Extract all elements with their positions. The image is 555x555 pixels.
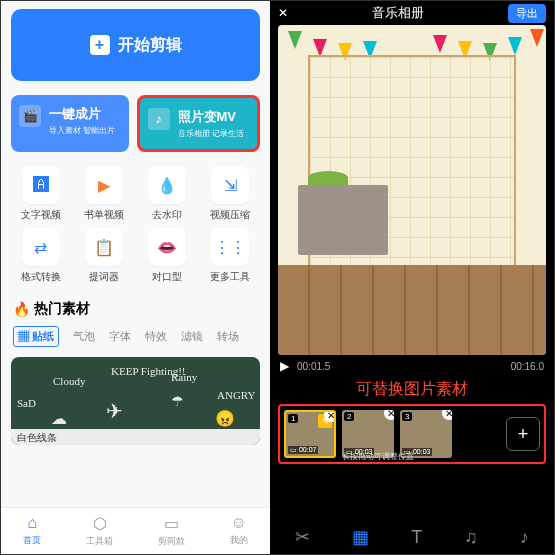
nav-label: 首页 (23, 534, 41, 547)
clip-duration: ▭ 00:07 (288, 446, 318, 454)
nav-item[interactable]: ⬡工具箱 (86, 514, 113, 548)
hot-title: 热门素材 (34, 300, 90, 318)
export-button[interactable]: 导出 (508, 4, 546, 23)
editor-tool-button[interactable]: T (411, 527, 422, 548)
start-edit-button[interactable]: + 开始剪辑 (11, 9, 260, 81)
tool-grid: 🅰文字视频▶书单视频💧去水印⇲视频压缩⇄格式转换📋提词器👄对口型⋮⋮更多工具 (11, 166, 260, 284)
start-edit-label: 开始剪辑 (118, 35, 182, 56)
tool-icon: ⇲ (211, 166, 249, 204)
tool-label: 更多工具 (210, 270, 250, 284)
card-one-click[interactable]: 🎬 一键成片 导入素材 智能出片 (11, 95, 129, 152)
hot-materials-header: 🔥 热门素材 (13, 300, 258, 318)
editor-tool-button[interactable]: ♫ (464, 527, 478, 548)
tool-item[interactable]: 👄对口型 (138, 228, 197, 284)
right-editor-panel: ✕ 音乐相册 导出 ▶ 00:01.5 00:16.0 (270, 1, 554, 554)
tool-item[interactable]: ⋮⋮更多工具 (201, 228, 260, 284)
remove-clip-icon[interactable]: ✕ (442, 410, 452, 420)
tool-label: 视频压缩 (210, 208, 250, 222)
timeline: ▶ 00:01.5 00:16.0 (270, 355, 554, 377)
nav-label: 剪同款 (158, 535, 185, 548)
editor-tool-button[interactable]: ✂ (295, 526, 310, 548)
tool-label: 书单视频 (84, 208, 124, 222)
nav-item[interactable]: ▭剪同款 (158, 514, 185, 548)
music-note-icon: ♪ (148, 108, 170, 130)
card1-title: 一键成片 (49, 105, 115, 123)
card1-sub: 导入素材 智能出片 (49, 125, 115, 136)
material-tabs: ▦ 贴纸气泡字体特效滤镜转场 (13, 326, 258, 347)
material-tab[interactable]: 气泡 (73, 329, 95, 344)
clip-number: 3 (402, 412, 412, 421)
plus-icon: + (90, 35, 110, 55)
fire-icon: 🔥 (13, 301, 30, 317)
tool-icon: ⇄ (22, 228, 60, 266)
card-photo-mv[interactable]: ♪ 照片变MV 音乐相册 记录生活 (137, 95, 261, 152)
clip-number: 1 (288, 414, 298, 423)
doodle-text: ANGRY (217, 389, 256, 401)
sticker-caption: 白色线条 (11, 429, 260, 445)
material-tab[interactable]: 滤镜 (181, 329, 203, 344)
tool-item[interactable]: ▶书单视频 (74, 166, 133, 222)
material-tab[interactable]: ▦ 贴纸 (13, 326, 59, 347)
tool-icon: 📋 (85, 228, 123, 266)
nav-icon: ▭ (164, 514, 179, 533)
tool-icon: ▶ (85, 166, 123, 204)
tool-label: 格式转换 (21, 270, 61, 284)
close-icon[interactable]: ✕ (278, 6, 288, 20)
doodle-text: Rainy (171, 371, 197, 383)
doodle-plane-icon: ✈ (106, 399, 123, 423)
tool-icon: 💧 (148, 166, 186, 204)
nav-icon: ☺ (230, 514, 246, 532)
tool-icon: ⋮⋮ (211, 228, 249, 266)
add-clip-button[interactable]: + (506, 417, 540, 451)
tool-item[interactable]: ⇄格式转换 (11, 228, 70, 284)
tool-item[interactable]: ⇲视频压缩 (201, 166, 260, 222)
sticker-preview[interactable]: SaD Cloudy KEEP Fighting!! Rainy ANGRY ☁… (11, 357, 260, 445)
material-tab[interactable]: 字体 (109, 329, 131, 344)
clip-number: 2 (344, 412, 354, 421)
tool-label: 对口型 (152, 270, 182, 284)
replace-hint: 可替换图片素材 (270, 377, 554, 402)
editor-tool-button[interactable]: ♪ (520, 527, 529, 548)
doodle-cloud-icon: ☁ (51, 409, 67, 428)
doodle-umbrella-icon: ☂ (171, 393, 184, 410)
tool-item[interactable]: 🅰文字视频 (11, 166, 70, 222)
bottom-nav: ⌂首页⬡工具箱▭剪同款☺我的 (1, 507, 270, 554)
nav-label: 工具箱 (86, 535, 113, 548)
remove-clip-icon[interactable]: ✕ (324, 410, 336, 422)
remove-clip-icon[interactable]: ✕ (384, 410, 394, 420)
nav-label: 我的 (230, 534, 248, 547)
editor-bottom-bar: ✂▦T♫♪ (270, 518, 554, 554)
play-icon[interactable]: ▶ (280, 359, 289, 373)
video-preview[interactable] (278, 25, 546, 355)
nav-icon: ⌂ (28, 514, 38, 532)
nav-icon: ⬡ (93, 514, 107, 533)
material-tab[interactable]: 特效 (145, 329, 167, 344)
tool-item[interactable]: 💧去水印 (138, 166, 197, 222)
tool-item[interactable]: 📋提词器 (74, 228, 133, 284)
tool-label: 文字视频 (21, 208, 61, 222)
clips-drag-hint: 长按拖动可调整位置 (342, 451, 414, 462)
editor-title: 音乐相册 (288, 4, 508, 22)
film-icon: 🎬 (19, 105, 41, 127)
nav-item[interactable]: ⌂首页 (23, 514, 41, 548)
card2-sub: 音乐相册 记录生活 (178, 128, 244, 139)
material-tab[interactable]: 转场 (217, 329, 239, 344)
nav-item[interactable]: ☺我的 (230, 514, 248, 548)
card2-title: 照片变MV (178, 108, 244, 126)
doodle-text: SaD (17, 397, 36, 409)
tool-icon: 🅰 (22, 166, 60, 204)
doodle-text: Cloudy (53, 375, 85, 387)
editor-tool-button[interactable]: ▦ (352, 526, 369, 548)
tool-icon: 👄 (148, 228, 186, 266)
time-current: 00:01.5 (297, 361, 330, 372)
clip-thumb[interactable]: 1✎▭ 00:07✕ (284, 410, 336, 458)
tool-label: 去水印 (152, 208, 182, 222)
time-total: 00:16.0 (511, 361, 544, 372)
left-app-panel: + 开始剪辑 🎬 一键成片 导入素材 智能出片 ♪ 照片变MV 音乐相册 记录生… (1, 1, 270, 554)
tool-label: 提词器 (89, 270, 119, 284)
doodle-face-icon: 😠 (215, 409, 235, 428)
